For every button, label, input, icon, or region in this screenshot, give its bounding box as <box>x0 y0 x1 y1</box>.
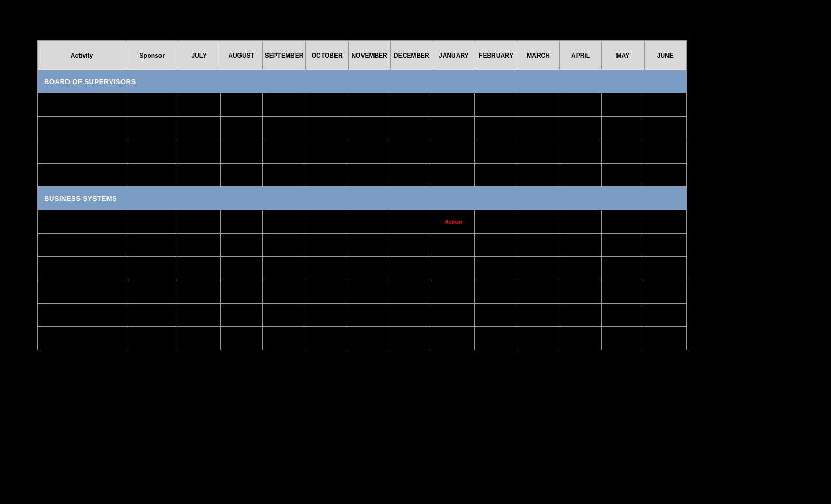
table-header: Activity Sponsor JULY AUGUST SEPTEMBER O… <box>37 40 687 70</box>
cell-january <box>432 304 475 326</box>
cell-november <box>347 210 390 233</box>
cell-january <box>432 93 475 116</box>
cell-march <box>517 164 560 186</box>
cell-april <box>559 257 602 280</box>
cell-november <box>347 304 390 326</box>
cell-may <box>602 280 645 303</box>
cell-july <box>178 210 221 233</box>
cell-september <box>263 257 305 280</box>
cell-january <box>432 117 475 140</box>
cell-activity <box>38 140 126 163</box>
cell-february <box>475 117 517 140</box>
cell-february <box>475 234 517 256</box>
cell-october <box>305 234 348 256</box>
cell-april <box>559 210 602 233</box>
cell-january <box>432 164 475 186</box>
cell-february <box>475 164 517 186</box>
cell-march <box>517 234 560 256</box>
cell-april <box>559 304 602 326</box>
header-june: JUNE <box>645 41 686 70</box>
cell-august <box>221 304 263 326</box>
cell-sponsor <box>126 140 178 163</box>
cell-july <box>178 257 221 280</box>
cell-september <box>263 117 305 140</box>
cell-march <box>517 280 560 303</box>
cell-sponsor <box>126 117 178 140</box>
cell-september <box>263 210 305 233</box>
table-row <box>37 93 687 117</box>
cell-january <box>432 234 475 256</box>
cell-may <box>602 304 645 326</box>
header-may: MAY <box>602 41 644 70</box>
cell-october <box>305 164 348 186</box>
table-row <box>37 327 687 350</box>
header-november: NOVEMBER <box>349 41 391 70</box>
header-february: FEBRUARY <box>475 41 517 70</box>
cell-june <box>644 280 686 303</box>
cell-july <box>178 164 221 186</box>
cell-march <box>517 210 560 233</box>
cell-december <box>390 117 433 140</box>
table-row <box>37 304 687 327</box>
cell-june <box>644 164 686 186</box>
cell-december <box>390 304 433 326</box>
header-april: APRIL <box>560 41 602 70</box>
cell-activity <box>38 280 126 303</box>
cell-sponsor <box>126 93 178 116</box>
cell-august <box>221 234 263 256</box>
header-august: AUGUST <box>220 41 262 70</box>
cell-november <box>347 164 390 186</box>
table-row <box>37 117 687 140</box>
header-october: OCTOBER <box>306 41 348 70</box>
cell-may <box>602 210 645 233</box>
cell-april <box>559 280 602 303</box>
cell-december <box>390 280 433 303</box>
cell-september <box>263 234 305 256</box>
header-september: SEPTEMBER <box>263 41 306 70</box>
cell-november <box>347 280 390 303</box>
cell-activity <box>38 117 126 140</box>
cell-february <box>475 210 517 233</box>
cell-october <box>305 117 348 140</box>
cell-june <box>644 234 686 256</box>
table-row: Action <box>37 210 687 234</box>
cell-august <box>221 117 263 140</box>
table-row <box>37 257 687 280</box>
cell-march <box>517 140 560 163</box>
cell-may <box>602 234 645 256</box>
cell-july <box>178 234 221 256</box>
cell-august <box>221 164 263 186</box>
cell-december <box>390 327 433 350</box>
cell-sponsor <box>126 327 178 350</box>
cell-july <box>178 304 221 326</box>
cell-august <box>221 210 263 233</box>
cell-june <box>644 93 686 116</box>
cell-july <box>178 280 221 303</box>
cell-january <box>432 140 475 163</box>
cell-february <box>475 140 517 163</box>
cell-april <box>559 117 602 140</box>
cell-sponsor <box>126 304 178 326</box>
cell-march <box>517 117 560 140</box>
cell-june <box>644 210 686 233</box>
cell-april <box>559 93 602 116</box>
header-january: JANUARY <box>433 41 475 70</box>
table-row <box>37 234 687 257</box>
cell-december <box>390 257 433 280</box>
cell-april <box>559 327 602 350</box>
cell-october <box>305 140 348 163</box>
cell-activity <box>38 304 126 326</box>
cell-october <box>305 304 348 326</box>
cell-february <box>475 257 517 280</box>
cell-sponsor <box>126 280 178 303</box>
cell-november <box>347 140 390 163</box>
cell-activity <box>38 210 126 233</box>
cell-october <box>305 93 348 116</box>
cell-november <box>347 257 390 280</box>
cell-sponsor <box>126 234 178 256</box>
cell-sponsor <box>126 164 178 186</box>
cell-january <box>432 327 475 350</box>
cell-august <box>221 93 263 116</box>
cell-activity <box>38 327 126 350</box>
cell-december <box>390 93 433 116</box>
